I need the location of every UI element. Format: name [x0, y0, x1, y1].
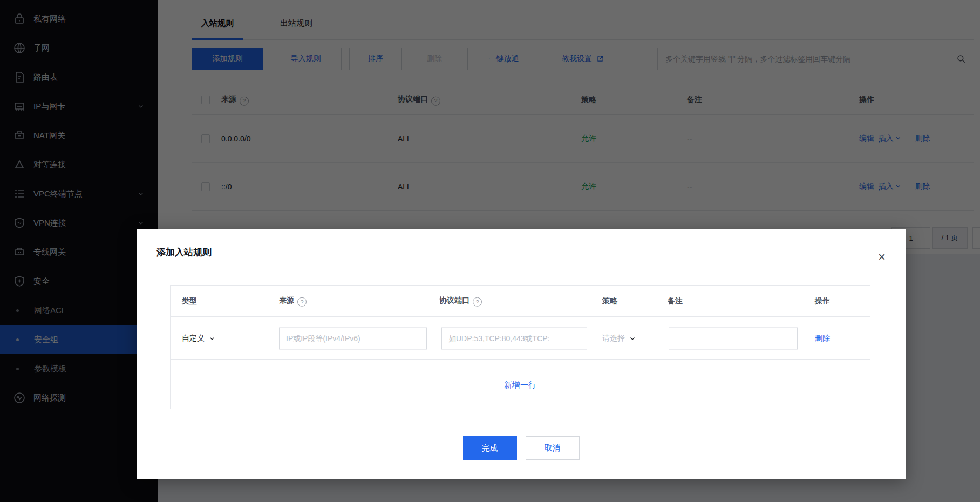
column-header-type: 类型 — [182, 296, 197, 306]
security-group-page: 私有网络 子网 路由表 IP与网卡 — [0, 0, 980, 502]
modal-title: 添加入站规则 — [156, 246, 212, 259]
column-header-policy: 策略 — [602, 296, 617, 306]
policy-select[interactable]: 请选择 — [602, 334, 636, 343]
chevron-down-icon — [629, 335, 636, 342]
add-inbound-rule-modal: 添加入站规则 × 类型 来源? 协议端口? 策略 备注 操作 自定义 — [137, 229, 906, 479]
column-header-source: 来源? — [279, 295, 307, 307]
column-header-notes: 备注 — [668, 296, 683, 306]
modal-rule-table: 类型 来源? 协议端口? 策略 备注 操作 自定义 请选择 — [170, 285, 870, 409]
source-input[interactable] — [279, 327, 427, 349]
confirm-button[interactable]: 完成 — [463, 436, 517, 460]
close-icon[interactable]: × — [874, 249, 889, 264]
modal-table-header: 类型 来源? 协议端口? 策略 备注 操作 — [171, 286, 870, 317]
column-header-protocol: 协议端口? — [439, 295, 482, 307]
type-select[interactable]: 自定义 — [182, 334, 215, 343]
modal-actions: 完成 取消 — [137, 436, 906, 460]
notes-input[interactable] — [669, 327, 798, 349]
cancel-button[interactable]: 取消 — [526, 436, 580, 460]
protocol-port-input[interactable] — [441, 327, 587, 349]
modal-form-row: 自定义 请选择 删除 — [171, 317, 870, 360]
column-header-actions: 操作 — [815, 296, 830, 306]
help-icon[interactable]: ? — [297, 297, 307, 307]
add-row-link[interactable]: 新增一行 — [504, 380, 536, 390]
delete-row-link[interactable]: 删除 — [815, 334, 830, 342]
modal-add-row: 新增一行 — [171, 360, 870, 410]
chevron-down-icon — [209, 335, 215, 342]
help-icon[interactable]: ? — [473, 297, 482, 307]
